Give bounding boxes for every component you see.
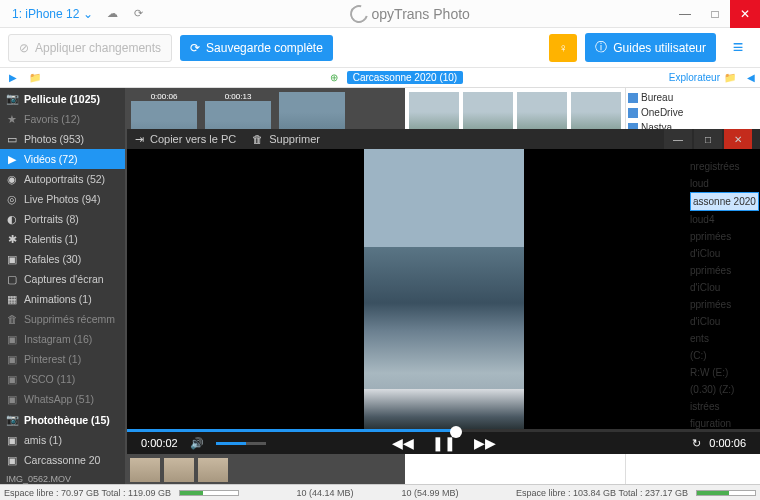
pause-button[interactable]: ❚❚ [432,435,456,451]
sidebar-item[interactable]: ▣Carcassonne 20 [0,450,125,470]
sidebar-item-icon: ▢ [6,273,18,285]
bulb-icon: ♀ [559,41,568,55]
expand-icon[interactable]: ◀ [742,69,760,87]
sidebar-item[interactable]: ▣Rafales (30) [0,249,125,269]
delete-button[interactable]: 🗑Supprimer [252,133,320,145]
sidebar-item-icon: ▣ [6,434,18,446]
device-name: 1: iPhone 12 [12,7,79,21]
sidebar-item-icon: ◐ [6,213,18,225]
tree-item-partial[interactable]: pprimées d'iClou [690,296,760,330]
maximize-button[interactable]: □ [700,0,730,28]
sidebar-item[interactable]: ▭Photos (953) [0,129,125,149]
chevron-down-icon: ⌄ [83,7,93,21]
sidebar-item[interactable]: ◎Live Photos (94) [0,189,125,209]
sidebar-item-label: Animations (1) [24,293,92,305]
tree-item-partial[interactable]: figuration [690,415,760,432]
player-maximize-button[interactable]: □ [694,129,722,149]
help-button[interactable]: ♀ [549,34,577,62]
tree-item-partial[interactable]: pprimées d'iClou [690,228,760,262]
progress-bar[interactable] [127,429,760,432]
tree-item-partial[interactable]: R:W (E:) [690,364,760,381]
sidebar-item-label: Photothèque (15) [24,414,110,426]
collapse-icon[interactable]: ▶ [4,69,22,87]
tree-item-partial[interactable]: ents [690,330,760,347]
sidebar-item[interactable]: ▶Vidéos (72) [0,149,125,169]
minimize-button[interactable]: — [670,0,700,28]
tree-item[interactable]: OneDrive [628,105,758,120]
sidebar-item[interactable]: ◐Portraits (8) [0,209,125,229]
time-total: 0:00:06 [709,437,746,449]
thumbnail[interactable] [130,458,160,482]
tree-item-partial[interactable]: (0.30) (Z:) [690,381,760,398]
sidebar-item[interactable]: ▣WhatsApp (51) [0,389,125,409]
sidebar-item[interactable]: ▢Captures d'écran [0,269,125,289]
tree-item-partial[interactable]: (C:) [690,347,760,364]
sidebar-item-label: Rafales (30) [24,253,81,265]
close-button[interactable]: ✕ [730,0,760,28]
sidebar-item-label: Favoris (12) [24,113,80,125]
sidebar-item-label: Carcassonne 20 [24,454,100,466]
thumbnail[interactable] [164,458,194,482]
tree-item-partial[interactable]: nregistrées [690,158,760,175]
album-badge[interactable]: Carcassonne 2020 (10) [347,71,464,84]
sidebar-item[interactable]: ▣Instagram (16) [0,329,125,349]
sidebar-item-icon: ▣ [6,253,18,265]
cloud-icon[interactable]: ☁ [101,3,123,25]
volume-icon[interactable]: 🔊 [190,437,204,450]
app-title: opyTrans Photo [350,5,470,23]
sidebar-item-icon: 📷 [6,92,18,105]
volume-slider[interactable] [216,442,266,445]
sidebar-item-icon: ◉ [6,173,18,185]
tree-item-partial[interactable]: istrées [690,398,760,415]
sidebar-item[interactable]: 📷Photothèque (15) [0,409,125,430]
subbar: ▶ 📁 ⊕ Carcassonne 2020 (10) Explorateur📁… [0,68,760,88]
tree-item-partial[interactable]: loud [690,175,760,192]
video-viewport[interactable] [127,149,760,429]
check-icon: ⊘ [19,41,29,55]
sidebar-item[interactable]: ▣VSCO (11) [0,369,125,389]
status-mid: 10 (44.14 MB) [296,488,353,498]
sidebar-item[interactable]: ◉Autoportraits (52) [0,169,125,189]
sidebar-item[interactable]: ▣Pinterest (1) [0,349,125,369]
sidebar-item-label: Vidéos (72) [24,153,78,165]
add-icon[interactable]: ⊕ [325,69,343,87]
explorer-link[interactable]: Explorateur📁 [663,72,742,83]
sidebar-item-label: Ralentis (1) [24,233,78,245]
sidebar-item[interactable]: ✱Ralentis (1) [0,229,125,249]
copy-to-pc-button[interactable]: ⇥Copier vers le PC [135,133,236,146]
menu-button[interactable]: ≡ [724,37,752,58]
player-close-button[interactable]: ✕ [724,129,752,149]
sidebar-item-label: Pinterest (1) [24,353,81,365]
full-backup-button[interactable]: ⟳Sauvegarde complète [180,35,333,61]
status-right: Espace libre : 103.84 GB Total : 237.17 … [516,488,688,498]
replay-icon[interactable]: ↻ [692,437,701,450]
tree-item-partial[interactable]: assonne 2020 [690,192,760,211]
user-guides-button[interactable]: ⓘGuides utilisateur [585,33,716,62]
status-bar: Espace libre : 70.97 GB Total : 119.09 G… [0,484,760,500]
sidebar-item-icon: 📷 [6,413,18,426]
forward-button[interactable]: ▶▶ [474,435,496,451]
sidebar-item-label: VSCO (11) [24,373,75,385]
tree-item-partial[interactable]: pprimées d'iClou [690,262,760,296]
folder-icon[interactable]: 📁 [26,69,44,87]
tree-item[interactable]: Bureau [628,90,758,105]
sidebar-item-icon: ▣ [6,393,18,405]
device-selector[interactable]: 1: iPhone 12 ⌄ [8,5,97,23]
sidebar-item[interactable]: ★Favoris (12) [0,109,125,129]
sidebar-item[interactable]: 🗑Supprimés récemm [0,309,125,329]
sidebar-item[interactable]: ▣amis (1) [0,430,125,450]
thumbnail[interactable] [198,458,228,482]
refresh-icon[interactable]: ⟳ [127,3,149,25]
storage-meter-right [696,490,756,496]
sidebar-item-label: Instagram (16) [24,333,92,345]
sidebar-item[interactable]: 📷Pellicule (1025) [0,88,125,109]
sidebar-item-icon: ▣ [6,353,18,365]
sidebar-item-label: amis (1) [24,434,62,446]
rewind-button[interactable]: ◀◀ [392,435,414,451]
video-player: ⇥Copier vers le PC 🗑Supprimer — □ ✕ 0:00… [127,129,760,454]
sidebar-item-icon: ▭ [6,133,18,145]
sidebar-item[interactable]: ▦Animations (1) [0,289,125,309]
player-minimize-button[interactable]: — [664,129,692,149]
player-toolbar: ⇥Copier vers le PC 🗑Supprimer — □ ✕ [127,129,760,149]
tree-item-partial[interactable]: loud4 [690,211,760,228]
